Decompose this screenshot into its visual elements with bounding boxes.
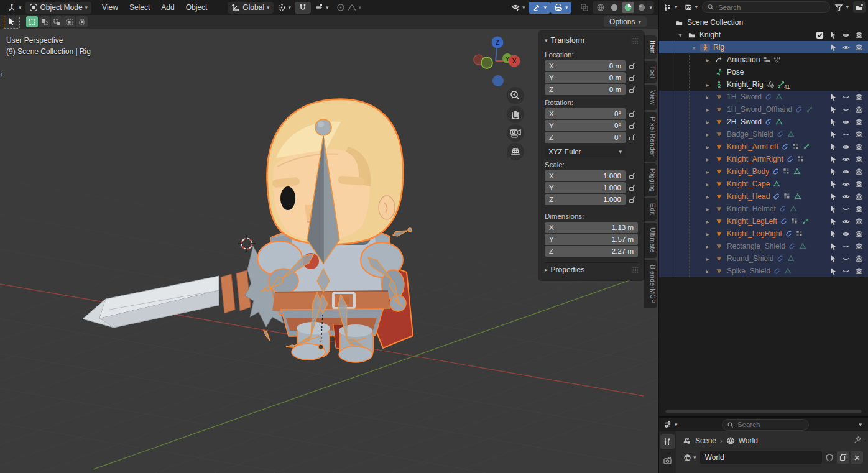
render-visibility-camera[interactable]: [852, 131, 866, 139]
render-visibility-camera[interactable]: [852, 267, 866, 275]
lock-icon[interactable]: [626, 86, 638, 93]
transform-orientation-dropdown[interactable]: Global ▾: [228, 2, 273, 14]
new-collection-button[interactable]: [853, 1, 866, 13]
editor-type-button[interactable]: ▾: [4, 2, 25, 14]
collapse-chevron[interactable]: ▸: [706, 231, 709, 237]
number-field[interactable]: Y 0 m: [545, 72, 626, 83]
visibility-eye-closed[interactable]: [839, 242, 852, 250]
visibility-eye-open[interactable]: [839, 143, 852, 151]
number-field[interactable]: Z 2.27 m: [545, 246, 638, 257]
unlink-datablock-button[interactable]: [851, 451, 863, 464]
lock-icon[interactable]: [626, 122, 638, 129]
n-panel-tab[interactable]: View: [644, 85, 657, 110]
outliner-row[interactable]: ▾ ▸ Knight_LegLeft: [659, 215, 868, 227]
3d-viewport[interactable]: ▾ Object Mode ▾ View Select Add Object G…: [0, 0, 658, 473]
outliner-filter-button[interactable]: ▾: [833, 1, 851, 13]
outliner-row[interactable]: ▾ ▸ Knight_ArmRight: [659, 153, 868, 165]
lock-icon[interactable]: [626, 74, 638, 81]
outliner-row[interactable]: ▾ ▸ Knight: [659, 29, 868, 41]
collapse-chevron[interactable]: ▸: [706, 193, 709, 200]
outliner-row[interactable]: ▾ ▸ Knight_Helmet: [659, 203, 868, 215]
fake-user-shield-button[interactable]: [823, 451, 836, 464]
collapse-chevron[interactable]: ▸: [706, 131, 709, 138]
render-visibility-camera[interactable]: [852, 106, 866, 114]
collapse-chevron[interactable]: ▸: [706, 156, 709, 163]
render-visibility-camera[interactable]: [852, 31, 866, 39]
n-panel-tab[interactable]: Tool: [644, 61, 657, 83]
visibility-eye-open[interactable]: [839, 31, 852, 39]
collapse-chevron[interactable]: ▸: [706, 268, 709, 275]
outliner-editor-type-button[interactable]: ▾: [662, 1, 680, 13]
visibility-eye-closed[interactable]: [839, 267, 852, 275]
visibility-eye-open[interactable]: [839, 168, 852, 176]
collapse-chevron[interactable]: ▸: [706, 206, 709, 213]
visibility-eye-closed[interactable]: [839, 205, 852, 213]
axis-neg-y-ball[interactable]: [481, 57, 492, 68]
n-panel-tab[interactable]: Pixel Render: [644, 112, 657, 162]
number-field[interactable]: Z 0°: [545, 132, 626, 143]
collapse-chevron[interactable]: ▸: [706, 94, 709, 101]
snap-toggle[interactable]: [295, 2, 311, 14]
outliner-row[interactable]: ▾ ▸ Rectangle_Shield: [659, 240, 868, 252]
navigation-gizmo[interactable]: Y X Z: [471, 31, 528, 163]
visibility-eye-closed[interactable]: [839, 93, 852, 101]
selectable-toggle[interactable]: [826, 230, 839, 238]
pin-icon[interactable]: [854, 436, 862, 446]
zoom-button[interactable]: [507, 87, 524, 104]
lock-icon[interactable]: [626, 196, 638, 203]
number-field[interactable]: Y 0°: [545, 120, 626, 131]
axis-neg-z-ball[interactable]: [492, 75, 504, 86]
visibility-eye-open[interactable]: [839, 230, 852, 238]
outliner-scrollbar[interactable]: [665, 410, 862, 413]
select-set-button[interactable]: [26, 16, 38, 27]
render-visibility-camera[interactable]: [852, 193, 866, 201]
visibility-eye-closed[interactable]: [839, 131, 852, 139]
outliner-row[interactable]: ▾ ▸ Knight_ArmLeft: [659, 140, 868, 153]
n-panel-tab[interactable]: Edit: [644, 198, 657, 220]
selectable-toggle[interactable]: [826, 118, 839, 126]
n-panel-tab[interactable]: BlenderMCP: [644, 260, 657, 309]
outliner-row[interactable]: ▾ ▸ Knight_Rig 41: [659, 78, 868, 91]
lock-icon[interactable]: [626, 110, 638, 117]
pivot-point-dropdown[interactable]: ▾: [274, 2, 295, 14]
outliner-row[interactable]: ▾ ▸ Spike_Shield: [659, 265, 868, 277]
n-panel-tab[interactable]: Ultimate: [644, 223, 657, 258]
visibility-eye-open[interactable]: [839, 44, 852, 52]
toolbar-expand-arrow[interactable]: ‹: [0, 70, 2, 79]
panel-grip[interactable]: ⣿⣿: [631, 267, 638, 273]
collection-checkbox[interactable]: [813, 31, 826, 39]
outliner-row[interactable]: ▾ ▸ Rig: [659, 41, 868, 53]
menu-object[interactable]: Object: [180, 2, 213, 14]
collapse-chevron[interactable]: ▸: [706, 119, 709, 126]
shading-material-preview-button[interactable]: [622, 2, 634, 13]
n-panel-tab[interactable]: Rigging: [644, 163, 657, 197]
outliner-search[interactable]: [702, 1, 830, 13]
panel-grip[interactable]: ⣿⣿: [631, 37, 638, 44]
number-field[interactable]: X 1.13 m: [545, 222, 638, 233]
render-visibility-camera[interactable]: [852, 44, 866, 52]
outliner-row[interactable]: ▾ ▸ Animation: [659, 53, 868, 66]
outliner-row[interactable]: ▾ ▸ 2H_Sword: [659, 116, 868, 128]
properties-header-menu-button[interactable]: ▾: [855, 419, 866, 431]
collapse-chevron[interactable]: ▸: [706, 218, 709, 225]
tab-tool-properties[interactable]: [660, 434, 675, 449]
properties-search-input[interactable]: [736, 420, 803, 429]
expand-chevron[interactable]: ▾: [692, 44, 695, 51]
select-subtract-button[interactable]: [51, 16, 63, 27]
properties-editor-type-button[interactable]: ▾: [662, 419, 680, 431]
collapse-chevron[interactable]: ▸: [706, 106, 709, 113]
outliner-display-mode-button[interactable]: ▾: [682, 1, 700, 13]
snap-target-dropdown[interactable]: ▾: [311, 2, 333, 14]
collapse-chevron[interactable]: ▸: [706, 144, 709, 150]
active-tool-button[interactable]: [4, 16, 20, 29]
selectable-toggle[interactable]: [826, 93, 839, 101]
collapse-chevron[interactable]: ▸: [706, 168, 709, 175]
render-visibility-camera[interactable]: [852, 242, 866, 250]
collapse-chevron[interactable]: ▸: [706, 181, 709, 188]
rotation-mode-dropdown[interactable]: XYZ Euler ▾: [545, 146, 626, 157]
n-panel-tab[interactable]: Item: [644, 35, 657, 59]
select-intersect-button[interactable]: [76, 16, 88, 27]
outliner-row[interactable]: ▾ ▸ 1H_Sword_Offhand: [659, 103, 868, 116]
render-visibility-camera[interactable]: [852, 230, 866, 238]
outliner-row[interactable]: ▾ ▸ Knight_Body: [659, 165, 868, 178]
